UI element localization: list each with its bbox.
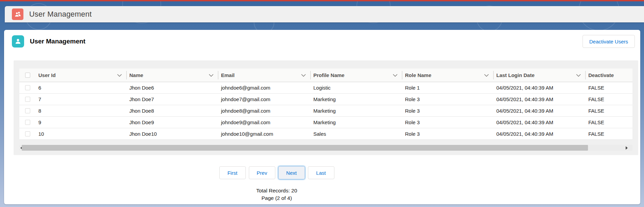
cell-email: johndoe6@gmail.com xyxy=(218,82,311,94)
column-header-name[interactable]: Name xyxy=(127,69,218,82)
cell-deactivate: FALSE xyxy=(586,105,632,117)
table-row: 7Jhon Doe7johndoe7@gmail.comMarketingRol… xyxy=(19,94,632,105)
first-page-button[interactable]: First xyxy=(219,166,246,179)
top-accent-bar xyxy=(0,0,644,1)
row-checkbox[interactable] xyxy=(25,97,30,102)
users-icon xyxy=(12,8,23,20)
cell-last_login_date: 04/05/2021, 04:40:39 AM xyxy=(494,117,586,128)
cell-role_name: Role 1 xyxy=(402,82,494,94)
cell-role_name: Role 3 xyxy=(402,117,494,128)
user-management-card: User Management Deactivate Users User Id… xyxy=(4,30,640,204)
cell-deactivate: FALSE xyxy=(586,117,632,128)
cell-email: johndoe9@gmail.com xyxy=(218,117,311,128)
cell-role_name: Role 3 xyxy=(402,94,494,105)
app-title: User Management xyxy=(29,10,92,19)
user-table-container: User IdNameEmailProfile NameRole NameLas… xyxy=(14,60,638,155)
cell-role_name: Role 3 xyxy=(402,128,494,140)
row-select-cell xyxy=(19,117,36,128)
select-all-checkbox[interactable] xyxy=(25,73,30,78)
cell-role_name: Role 3 xyxy=(402,105,494,117)
table-header-row: User IdNameEmailProfile NameRole NameLas… xyxy=(19,69,632,82)
page: User Management User Management Deactiva… xyxy=(0,0,644,207)
cell-deactivate: FALSE xyxy=(586,82,632,94)
table-row: 6Jhon Doe6johndoe6@gmail.comLogisticRole… xyxy=(19,82,632,94)
last-page-button[interactable]: Last xyxy=(308,166,334,179)
chevron-down-icon xyxy=(301,74,306,77)
prev-page-button[interactable]: Prev xyxy=(249,166,275,179)
horizontal-scrollbar[interactable] xyxy=(19,145,632,151)
row-checkbox[interactable] xyxy=(25,120,30,125)
cell-user_id: 7 xyxy=(36,94,127,105)
row-checkbox[interactable] xyxy=(25,85,30,90)
cell-deactivate: FALSE xyxy=(586,128,632,140)
cell-user_id: 6 xyxy=(36,82,127,94)
scroll-right-arrow-icon[interactable] xyxy=(626,146,628,150)
user-table: User IdNameEmailProfile NameRole NameLas… xyxy=(19,69,632,140)
row-select-cell xyxy=(19,105,36,117)
cell-email: johndoe10@gmail.com xyxy=(218,128,311,140)
column-header-user_id[interactable]: User Id xyxy=(36,69,127,82)
table-row: 9Jhon Doe9johndoe9@gmail.comMarketingRol… xyxy=(19,117,632,128)
column-label: User Id xyxy=(38,72,56,78)
scrollbar-thumb[interactable] xyxy=(22,145,588,151)
table-row: 8Jhon Doe8johndoe8@gmail.comMarketingRol… xyxy=(19,105,632,117)
cell-name: Jhon Doe7 xyxy=(127,94,218,105)
user-icon xyxy=(12,35,24,48)
cell-profile_name: Sales xyxy=(311,128,402,140)
table-row: 10Jhon Doe10johndoe10@gmail.comSalesRole… xyxy=(19,128,632,140)
cell-user_id: 10 xyxy=(36,128,127,140)
cell-email: johndoe7@gmail.com xyxy=(218,94,311,105)
pagination: First Prev Next Last xyxy=(219,166,334,179)
card-title: User Management xyxy=(30,38,86,45)
column-header-last_login_date[interactable]: Last Login Date xyxy=(494,69,586,82)
cell-last_login_date: 04/05/2021, 04:40:39 AM xyxy=(494,94,586,105)
cell-profile_name: Marketing xyxy=(311,117,402,128)
column-label: Email xyxy=(221,72,235,78)
cell-user_id: 9 xyxy=(36,117,127,128)
cell-name: Jhon Doe8 xyxy=(127,105,218,117)
chevron-down-icon xyxy=(484,74,489,77)
column-label: Last Login Date xyxy=(496,72,535,78)
column-label: Role Name xyxy=(405,72,431,78)
cell-last_login_date: 04/05/2021, 04:40:39 AM xyxy=(494,105,586,117)
row-select-cell xyxy=(19,82,36,94)
cell-profile_name: Logistic xyxy=(311,82,402,94)
row-checkbox[interactable] xyxy=(25,131,30,136)
select-all-header-cell xyxy=(19,69,36,82)
column-header-role_name[interactable]: Role Name xyxy=(402,69,494,82)
cell-name: Jhon Doe6 xyxy=(127,82,218,94)
chevron-down-icon xyxy=(117,74,122,77)
deactivate-users-button[interactable]: Deactivate Users xyxy=(583,35,635,48)
card-header: User Management Deactivate Users xyxy=(4,30,640,48)
chevron-down-icon xyxy=(576,74,581,77)
column-label: Profile Name xyxy=(313,72,345,78)
column-label: Deactivate xyxy=(588,72,614,78)
pagination-footer: First Prev Next Last Total Records: 20 P… xyxy=(4,166,549,201)
column-header-email[interactable]: Email xyxy=(218,69,311,82)
column-label: Name xyxy=(129,72,143,78)
chevron-down-icon xyxy=(393,74,398,77)
cell-name: Jhon Doe9 xyxy=(127,117,218,128)
chevron-down-icon xyxy=(209,74,214,77)
page-info-text: Page (2 of 4) xyxy=(261,195,292,201)
total-records-text: Total Records: 20 xyxy=(256,188,297,194)
row-checkbox[interactable] xyxy=(25,108,30,113)
next-page-button[interactable]: Next xyxy=(278,166,305,179)
cell-last_login_date: 04/05/2021, 04:40:39 AM xyxy=(494,82,586,94)
column-header-profile_name[interactable]: Profile Name xyxy=(311,69,402,82)
app-header: User Management xyxy=(5,6,644,22)
row-select-cell xyxy=(19,128,36,140)
cell-profile_name: Marketing xyxy=(311,94,402,105)
cell-user_id: 8 xyxy=(36,105,127,117)
row-select-cell xyxy=(19,94,36,105)
cell-last_login_date: 04/05/2021, 04:40:39 AM xyxy=(494,128,586,140)
cell-profile_name: Marketing xyxy=(311,105,402,117)
cell-deactivate: FALSE xyxy=(586,94,632,105)
cell-name: Jhon Doe10 xyxy=(127,128,218,140)
column-header-deactivate: Deactivate xyxy=(586,69,632,82)
cell-email: johndoe8@gmail.com xyxy=(218,105,311,117)
